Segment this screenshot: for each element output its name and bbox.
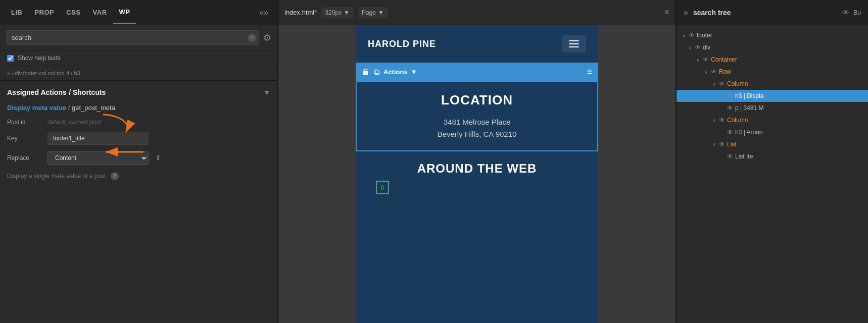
tree-eye-h3[interactable]: 👁 — [727, 92, 733, 99]
tree-item-h3-wrapper: 👁 h3 | Displa — [677, 90, 868, 102]
shortcuts-text: / Shortcuts — [69, 88, 106, 96]
key-label: Key — [7, 135, 42, 142]
around-web-section: AROUND THE WEB li — [356, 151, 598, 209]
assigned-actions-title: Assigned Actions / Shortcuts — [7, 88, 106, 97]
actions-button[interactable]: Actions ▼ — [383, 68, 417, 76]
gear-icon[interactable]: ⚙ — [263, 32, 271, 43]
tree-eye-div[interactable]: 👁 — [695, 44, 701, 51]
copy-icon[interactable]: ⧉ — [374, 68, 379, 77]
expand-icon[interactable]: » — [684, 8, 688, 17]
search-bar: × ⚙ — [0, 25, 277, 50]
hamburger-button[interactable] — [562, 35, 586, 52]
section-menu-icon[interactable]: ≡ — [587, 67, 592, 77]
tree-item-list-item[interactable]: 👁 List Ite — [677, 150, 868, 163]
tree-eye-list[interactable]: 👁 — [719, 141, 725, 148]
post-id-value: default, current post — [47, 119, 101, 126]
tree-eye-footer[interactable]: 👁 — [689, 32, 695, 39]
tree-expand-footer[interactable]: ∨ — [681, 33, 687, 38]
tree-expand-container[interactable]: ∨ — [695, 57, 701, 63]
delete-icon[interactable]: 🗑 — [362, 68, 370, 77]
close-tab-button[interactable]: × — [664, 7, 669, 18]
search-tree-title: search tree — [693, 9, 731, 17]
panel-section: Assigned Actions / Shortcuts ▼ Display m… — [0, 81, 277, 187]
tree-item-container[interactable]: ∨ 👁 Container — [677, 53, 868, 66]
left-panel: LIB PROP CSS VAR WP «» × ⚙ Show help tex… — [0, 0, 278, 323]
preview-area: HAROLD PINE 🗑 ⧉ Actions ▼ ≡ LOCATI — [278, 25, 676, 323]
eye-icon-header: 👁 — [842, 9, 849, 17]
tree-label-h3-display: h3 | Displa — [735, 92, 763, 99]
search-input[interactable] — [6, 30, 259, 45]
location-title: LOCATION — [367, 92, 587, 108]
collapse-icon[interactable]: «» — [255, 4, 272, 21]
tree-eye-column2[interactable]: 👁 — [719, 117, 725, 124]
tree-expand-row[interactable]: ∨ — [703, 69, 709, 75]
tree-item-h3-around[interactable]: 👁 h3 | Aroun — [677, 126, 868, 138]
tree-item-column1[interactable]: ∨ 👁 Column — [677, 78, 868, 90]
tree-item-footer[interactable]: ∨ 👁 footer — [677, 29, 868, 41]
tree-label-footer: footer — [697, 32, 712, 39]
tree-expand-column2[interactable]: ∨ — [711, 118, 717, 123]
tree-label-row: Row — [719, 68, 731, 75]
action-method: get_post_meta — [72, 104, 115, 112]
tree-item-p[interactable]: 👁 p | 3481 M — [677, 102, 868, 114]
site-logo: HAROLD PINE — [368, 39, 436, 49]
tab-lib[interactable]: LIB — [5, 2, 28, 23]
tree-label-p: p | 3481 M — [735, 104, 763, 112]
search-clear-icon[interactable]: × — [248, 34, 256, 42]
tree-expand-div[interactable]: ∨ — [687, 45, 693, 50]
page-label: Page — [362, 9, 376, 16]
action-link-row: Display meta value / get_post_meta — [7, 104, 270, 112]
post-id-label: Post id — [7, 119, 42, 126]
tree-label-h3-around: h3 | Aroun — [735, 129, 763, 136]
tab-prop[interactable]: PROP — [28, 2, 60, 23]
tree-item-list[interactable]: ∨ 👁 List — [677, 138, 868, 150]
right-header-icons: 👁 Bu — [842, 9, 861, 17]
tree-item-row[interactable]: ∨ 👁 Row — [677, 66, 868, 78]
tree-label-column2: Column — [727, 117, 748, 124]
bu-label: Bu — [853, 9, 861, 16]
file-name: index.html* — [284, 9, 317, 16]
hamburger-line-2 — [569, 43, 579, 44]
tree-eye-column1[interactable]: 👁 — [719, 80, 725, 87]
tree-eye-container[interactable]: 👁 — [703, 56, 709, 63]
tree-item-h3-display[interactable]: 👁 h3 | Displa — [677, 90, 868, 102]
tree-item-div[interactable]: ∨ 👁 div — [677, 41, 868, 53]
tree-eye-row[interactable]: 👁 — [711, 68, 717, 75]
assigned-actions-dropdown[interactable]: ▼ — [263, 88, 270, 96]
size-value: 320px — [325, 9, 342, 16]
tree-eye-p[interactable]: 👁 — [727, 104, 733, 112]
hamburger-line-3 — [569, 46, 579, 47]
tree-item-column2[interactable]: ∨ 👁 Column — [677, 114, 868, 126]
display-meta-value-link[interactable]: Display meta value — [7, 104, 66, 112]
phone-preview: HAROLD PINE 🗑 ⧉ Actions ▼ ≡ LOCATI — [356, 25, 598, 323]
page-chevron: ▼ — [378, 9, 384, 16]
orange-arrow-key — [98, 142, 149, 162]
tree-label-div: div — [703, 44, 710, 51]
assigned-actions-header: Assigned Actions / Shortcuts ▼ — [7, 88, 270, 97]
action-separator: / — [68, 104, 72, 112]
tree-eye-list-item[interactable]: 👁 — [727, 153, 733, 160]
size-dropdown[interactable]: 320px ▼ — [321, 7, 354, 18]
tab-css[interactable]: CSS — [60, 2, 86, 23]
tab-wp[interactable]: WP — [113, 1, 136, 24]
show-help-label: Show help texts — [18, 55, 61, 62]
show-help-checkbox[interactable] — [7, 55, 14, 62]
tree-label-list-item: List Ite — [735, 153, 753, 160]
tree-label-list: List — [727, 141, 737, 148]
right-header: » search tree 👁 Bu — [677, 0, 868, 25]
tab-var[interactable]: VAR — [87, 2, 113, 23]
page-dropdown[interactable]: Page ▼ — [358, 7, 388, 18]
li-element: li — [376, 181, 389, 194]
tree-eye-h3-around[interactable]: 👁 — [727, 129, 733, 136]
help-icon[interactable]: ? — [111, 172, 119, 180]
address-line-2: Beverly Hills, CA 90210 — [367, 128, 587, 140]
tree-expand-column1[interactable]: ∨ — [711, 81, 717, 87]
help-text-content: Display a single meta value of a post. — [7, 173, 108, 180]
post-id-row: Post id default, current post — [7, 119, 270, 126]
key-row: Key — [7, 132, 270, 145]
address-line-1: 3481 Melrose Place — [367, 116, 587, 128]
tree-expand-list[interactable]: ∨ — [711, 142, 717, 147]
search-input-wrap: × — [6, 30, 259, 45]
phone-header: HAROLD PINE — [356, 25, 598, 63]
hamburger-line-1 — [569, 40, 579, 41]
